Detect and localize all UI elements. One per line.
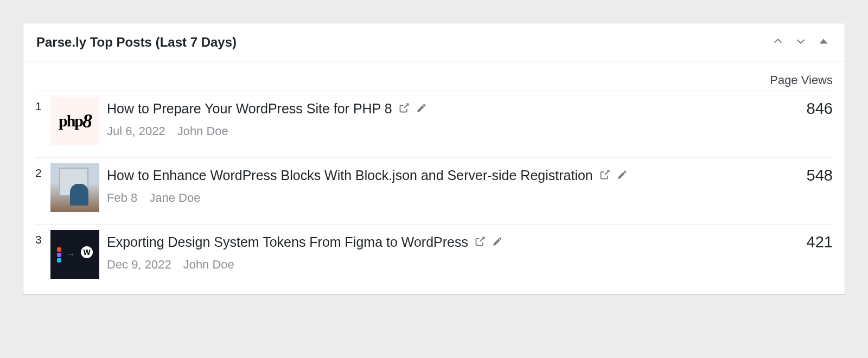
post-meta: Dec 9, 2022 John Doe	[107, 258, 799, 272]
post-row: 2 How to Enhance WordPress Blocks With B…	[35, 158, 833, 225]
post-views: 421	[807, 230, 833, 251]
post-rank: 3	[35, 230, 43, 246]
post-thumbnail[interactable]	[50, 163, 99, 212]
post-title-row: How to Prepare Your WordPress Site for P…	[107, 100, 799, 118]
widget-body: Page Views 1 php8 How to Prepare Your Wo…	[23, 61, 845, 294]
post-date: Feb 8	[107, 191, 137, 205]
chevron-up-icon	[772, 35, 784, 49]
move-down-button[interactable]	[793, 33, 809, 51]
post-views: 548	[807, 163, 833, 184]
widget-title: Parse.ly Top Posts (Last 7 Days)	[36, 35, 237, 50]
pencil-icon	[617, 169, 628, 182]
post-date: Jul 6, 2022	[107, 124, 165, 138]
post-author: John Doe	[177, 124, 228, 138]
post-date: Dec 9, 2022	[107, 258, 171, 272]
pencil-icon	[492, 236, 503, 248]
widget-controls	[770, 33, 832, 51]
post-main: How to Prepare Your WordPress Site for P…	[107, 97, 799, 138]
external-link-icon	[475, 236, 486, 248]
external-link-icon	[599, 169, 610, 182]
external-link-button[interactable]	[599, 169, 610, 182]
post-title-link[interactable]: Exporting Design System Tokens From Figm…	[107, 233, 468, 251]
post-author: John Doe	[183, 258, 234, 272]
post-thumbnail[interactable]: php8	[50, 97, 99, 145]
move-up-button[interactable]	[770, 33, 786, 51]
column-header-page-views: Page Views	[770, 73, 833, 87]
post-meta: Jul 6, 2022 John Doe	[107, 124, 799, 138]
post-title-link[interactable]: How to Enhance WordPress Blocks With Blo…	[107, 167, 593, 184]
table-header: Page Views	[35, 73, 833, 91]
post-views: 846	[807, 97, 833, 118]
external-link-button[interactable]	[399, 103, 410, 115]
edit-button[interactable]	[492, 236, 503, 248]
post-main: Exporting Design System Tokens From Figm…	[107, 230, 799, 272]
post-meta: Feb 8 Jane Doe	[107, 191, 799, 205]
external-link-icon	[399, 103, 410, 115]
external-link-button[interactable]	[475, 236, 486, 248]
post-main: How to Enhance WordPress Blocks With Blo…	[107, 163, 799, 205]
edit-button[interactable]	[617, 169, 628, 182]
post-title-row: How to Enhance WordPress Blocks With Blo…	[107, 167, 799, 184]
pencil-icon	[416, 103, 427, 115]
parsely-top-posts-widget: Parse.ly Top Posts (Last 7 Days) Page Vi…	[23, 23, 845, 295]
post-author: Jane Doe	[149, 191, 200, 205]
post-row: 1 php8 How to Prepare Your WordPress Sit…	[35, 91, 833, 158]
collapse-button[interactable]	[815, 33, 832, 51]
post-thumbnail[interactable]: →W	[50, 230, 99, 279]
svg-marker-0	[820, 39, 828, 43]
post-rank: 2	[35, 163, 43, 180]
post-row: 3 →W Exporting Design System Tokens From…	[35, 225, 833, 279]
post-title-row: Exporting Design System Tokens From Figm…	[107, 233, 799, 251]
chevron-down-icon	[795, 35, 807, 49]
edit-button[interactable]	[416, 103, 427, 115]
post-title-link[interactable]: How to Prepare Your WordPress Site for P…	[107, 100, 392, 118]
posts-list: 1 php8 How to Prepare Your WordPress Sit…	[35, 91, 833, 279]
post-rank: 1	[35, 97, 43, 113]
triangle-up-icon	[818, 35, 829, 49]
widget-header: Parse.ly Top Posts (Last 7 Days)	[23, 23, 845, 61]
